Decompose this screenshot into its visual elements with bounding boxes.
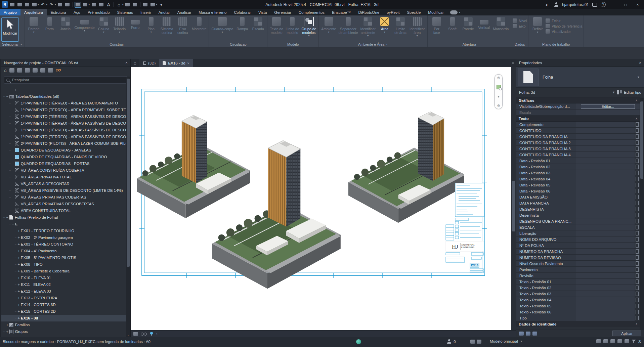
ribbon-collapse-icon[interactable]: ▾ <box>459 11 460 14</box>
ribbon-tab-dirootsone[interactable]: DiRootsOne <box>354 9 383 15</box>
maximize-button[interactable]: □ <box>621 2 630 7</box>
close-hidden-windows-icon[interactable] <box>142 2 149 8</box>
properties-header[interactable]: Propriedades × <box>516 59 644 67</box>
expand-icon[interactable]: + <box>5 330 9 334</box>
property-value-box[interactable] <box>636 128 639 133</box>
property-value[interactable] <box>576 188 635 194</box>
project-browser-header[interactable]: Navegador de projeto - COMERCIAL 06.rvt … <box>1 59 130 67</box>
property-value[interactable] <box>576 243 635 248</box>
property-value[interactable] <box>576 140 635 145</box>
properties-scrollbar[interactable] <box>640 98 644 330</box>
expand-icon[interactable]: + <box>17 276 21 280</box>
views-icon[interactable] <box>9 68 14 73</box>
property-value[interactable] <box>576 182 635 188</box>
component-button[interactable]: Componente▼ <box>74 16 96 32</box>
tree-item-quadro-de-esquadrias-portas[interactable]: ┄QUADRO DE ESQUADRIAS - PORTAS <box>1 160 130 167</box>
panel-caption-abertura[interactable]: Abertura <box>428 41 511 47</box>
measure-icon[interactable] <box>82 2 89 8</box>
infocenter-collapse-icon[interactable]: ◂ <box>542 2 551 7</box>
property-value[interactable]: Editar... <box>576 103 640 109</box>
property-value-box[interactable] <box>636 207 639 211</box>
navbar-dropdown-icon[interactable]: ▾ <box>498 95 500 98</box>
select-by-face-toggle-icon[interactable] <box>617 339 622 343</box>
ribbon-tab-gerenciar[interactable]: Gerenciar <box>270 9 295 15</box>
dormer-button[interactable]: Mansarda <box>492 16 510 31</box>
property-value[interactable] <box>576 110 640 115</box>
areas-icon[interactable] <box>40 68 45 73</box>
navbar-close-icon[interactable]: ⊗ <box>497 76 500 80</box>
sheets-set-icon[interactable] <box>33 68 38 73</box>
view-tab--3d-[interactable]: {3D} <box>139 59 159 67</box>
drag-on-selection-toggle-icon[interactable] <box>625 339 629 343</box>
apply-button[interactable]: Aplicar <box>612 331 641 336</box>
project-properties-icon[interactable] <box>9 2 15 8</box>
view-tab-list-icon[interactable]: ≡ <box>512 59 516 67</box>
property-value-box[interactable] <box>636 177 639 181</box>
print-icon[interactable] <box>57 2 63 8</box>
property-value[interactable] <box>576 279 635 285</box>
property-value-box[interactable] <box>636 255 639 260</box>
grid-button[interactable]: Eixo <box>513 24 527 28</box>
expand-icon[interactable]: + <box>17 296 21 300</box>
ceiling-button[interactable]: Forro <box>128 16 143 30</box>
properties-option-icon-2[interactable] <box>526 332 530 336</box>
property-value[interactable] <box>576 218 635 224</box>
expand-icon[interactable]: + <box>17 242 21 246</box>
home-icon[interactable]: ⌂ <box>116 2 122 8</box>
select-links-toggle-icon[interactable] <box>596 339 601 343</box>
ramp-button[interactable]: Rampa <box>234 16 250 31</box>
property-value[interactable] <box>576 176 635 182</box>
curtain-grid-button[interactable]: Eixocortina <box>175 16 190 35</box>
instance-chevron-icon[interactable]: ▼ <box>612 91 615 94</box>
expand-icon[interactable]: + <box>17 256 21 260</box>
ribbon-tab-pr-moldado[interactable]: Pré-moldado <box>84 9 114 15</box>
open-icon[interactable] <box>16 2 23 8</box>
property-value[interactable] <box>576 224 635 230</box>
property-value-box[interactable] <box>636 237 639 242</box>
tree-item-quadro-de-esquadrias-panos-de-vidro[interactable]: ┄QUADRO DE ESQUADRIAS - PANOS DE VIDRO <box>1 154 130 160</box>
revit-link-icon[interactable] <box>56 68 61 74</box>
expand-icon[interactable]: + <box>17 303 21 307</box>
property-value-box[interactable] <box>636 231 639 235</box>
tree-item--rea-constru-da-total[interactable]: ┄ÁREA CONSTRUÍDA TOTAL <box>1 207 130 214</box>
property-value-box[interactable] <box>636 249 639 254</box>
properties-option-icon-1[interactable] <box>519 332 524 336</box>
shaft-button[interactable]: Shaft <box>445 16 460 31</box>
floor-button[interactable]: Piso▼ <box>143 16 159 33</box>
property-value-box[interactable] <box>636 316 639 320</box>
project-home-icon[interactable]: ⌂ <box>4 68 7 73</box>
tree-item-ex14-cortes-3d[interactable]: ┄+EX14 - CORTES 3D <box>1 301 130 308</box>
text-icon[interactable]: A <box>105 2 112 8</box>
expand-icon[interactable]: + <box>17 283 21 287</box>
property-value-box[interactable] <box>636 201 639 205</box>
property-value[interactable] <box>576 212 635 218</box>
property-value-box[interactable] <box>636 195 639 199</box>
tree-item-tabelas-quantidades-all-[interactable]: ┄−Tabelas/Quantidades (all) <box>1 93 130 100</box>
ribbon-tab-anotar[interactable]: Anotar <box>155 9 174 15</box>
window-button[interactable]: Janela <box>58 16 73 31</box>
select-underlay-toggle-icon[interactable] <box>603 339 608 343</box>
tag-area-button[interactable]: Identificarárea▼ <box>409 16 426 37</box>
mullion-button[interactable]: Montante <box>191 16 208 31</box>
tree-item-vb-reas-a-descontar[interactable]: ┄VB_ÁREAS A DESCONTAR <box>1 180 130 187</box>
tree-item-vb-reas-pass-veis-de-desconto-limite-de-[interactable]: ┄VB_ÁREAS PASSÍVEIS DE DESCONTO (LIMITE … <box>1 187 130 194</box>
type-selector[interactable]: Folha ▼ <box>516 67 644 88</box>
tree-item-1-pavimento-t-rreo-rea-perme-vel-sobre-t[interactable]: ┄1º PAVIMENTO (TÉRREO) - ÁREA PERMEÁVEL … <box>1 106 130 113</box>
tree-item-vb-reas-privativas-cobertas[interactable]: ┄VB_ÁREAS PRIVATIVAS COBERTAS <box>1 194 130 201</box>
export-icon[interactable] <box>64 2 71 8</box>
property-value-box[interactable] <box>636 165 639 169</box>
expand-icon[interactable]: + <box>5 323 9 327</box>
expand-icon[interactable]: + <box>17 289 21 293</box>
property-value-box[interactable] <box>636 273 639 278</box>
thin-lines-icon[interactable] <box>132 2 138 8</box>
vertical-opening-button[interactable]: Vertical <box>476 16 492 30</box>
show-workplane-button[interactable]: Exibir <box>546 18 582 23</box>
property-value[interactable] <box>576 261 635 266</box>
tree-item-ex02-2-pavimento-garagem[interactable]: ┄+EX02 - 2º Pavimento garagem <box>1 234 130 241</box>
collapse-icon[interactable]: − <box>11 222 15 226</box>
tree-item-ex16-3d[interactable]: ┄+EX16 - 3d <box>1 315 130 321</box>
property-value[interactable] <box>576 255 635 260</box>
tree-item-1-pavimento-t-rreo-reas-pass-veis-de-des[interactable]: ┄1º PAVIMENTO (TÉRREO) - ÁREAS PASSÍVEIS… <box>1 133 130 140</box>
collapse-chevron-icon[interactable]: ∧ <box>635 99 637 102</box>
canvas-scrollbar[interactable] <box>511 67 516 330</box>
